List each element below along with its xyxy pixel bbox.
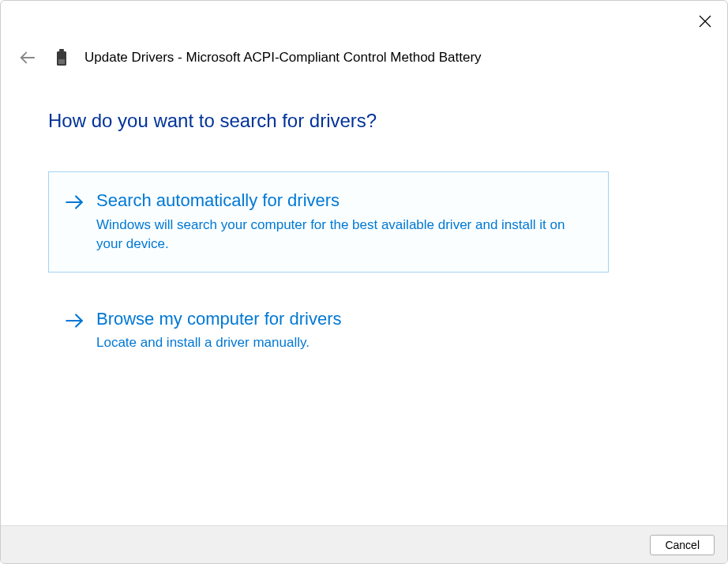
close-icon [699,15,711,28]
battery-device-icon [54,49,69,66]
close-button[interactable] [692,9,718,34]
option-title: Search automatically for drivers [96,190,594,212]
window-title: Update Drivers - Microsoft ACPI-Complian… [84,50,482,66]
cancel-button[interactable]: Cancel [650,535,715,555]
prompt-heading: How do you want to search for drivers? [48,110,680,132]
footer: Cancel [1,525,727,563]
option-description: Locate and install a driver manually. [96,333,594,353]
svg-rect-4 [59,49,64,51]
option-text-block: Search automatically for drivers Windows… [96,190,594,254]
option-text-block: Browse my computer for drivers Locate an… [96,308,594,353]
option-description: Windows will search your computer for th… [96,216,594,254]
back-arrow-icon [19,49,36,66]
content-area: How do you want to search for drivers? S… [1,69,727,371]
header: Update Drivers - Microsoft ACPI-Complian… [1,1,727,69]
option-title: Browse my computer for drivers [96,308,594,331]
arrow-right-icon [63,310,85,332]
svg-rect-5 [58,59,65,64]
option-search-automatically[interactable]: Search automatically for drivers Windows… [48,171,609,273]
option-browse-computer[interactable]: Browse my computer for drivers Locate an… [48,290,609,371]
back-button[interactable] [17,47,39,69]
arrow-right-icon [63,191,85,213]
